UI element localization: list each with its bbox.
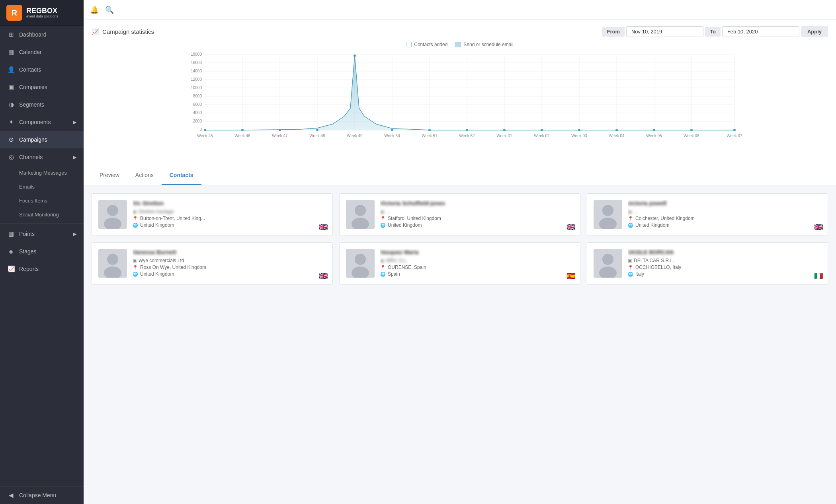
sidebar-sub-item-emails[interactable]: Emails bbox=[0, 180, 84, 194]
svg-text:2000: 2000 bbox=[193, 119, 202, 123]
chart-dot bbox=[391, 129, 393, 131]
globe-icon: 🌐 bbox=[380, 223, 386, 228]
from-label: From bbox=[602, 27, 625, 37]
sidebar-item-label: Points bbox=[19, 231, 35, 237]
contact-name: VASILE BORCAN bbox=[628, 249, 821, 255]
chart-dot bbox=[578, 129, 580, 131]
svg-text:Week 04: Week 04 bbox=[609, 134, 625, 138]
sidebar-item-segments[interactable]: ◑ Segments bbox=[0, 96, 84, 113]
apply-button[interactable]: Apply bbox=[801, 26, 828, 37]
svg-text:R: R bbox=[12, 8, 18, 17]
sidebar-item-label: Contacts bbox=[19, 66, 41, 73]
search-icon[interactable]: 🔍 bbox=[105, 6, 114, 14]
contact-flag: 🇪🇸 bbox=[566, 272, 575, 280]
svg-text:Week 02: Week 02 bbox=[534, 134, 550, 138]
svg-text:4000: 4000 bbox=[193, 111, 202, 115]
svg-text:12000: 12000 bbox=[191, 77, 202, 82]
contact-country: 🌐 United Kingdom bbox=[380, 222, 574, 228]
campaigns-icon: ⊙ bbox=[7, 136, 15, 143]
company-icon: ▣ bbox=[380, 258, 384, 263]
location-icon: 📍 bbox=[380, 265, 386, 270]
chart-title-icon: 📈 bbox=[92, 28, 99, 35]
card-info: VASILE BORCAN ▣ DELTA CAR S.R.L. 📍 OCCHI… bbox=[628, 249, 821, 278]
contact-country: 🌐 United Kingdom bbox=[133, 271, 326, 277]
svg-text:Week 05: Week 05 bbox=[646, 134, 662, 138]
svg-text:18000: 18000 bbox=[191, 52, 202, 56]
contact-company: ▣ DELTA CAR S.R.L. bbox=[628, 258, 821, 263]
tabs-section: Preview Actions Contacts bbox=[84, 166, 836, 185]
contact-city: 📍 OCCHIOBELLO, Italy bbox=[628, 265, 821, 270]
from-date-input[interactable] bbox=[626, 26, 703, 37]
sidebar: R REGBOX event data solutions ⊞ Dashboar… bbox=[0, 0, 84, 504]
bell-icon[interactable]: 🔔 bbox=[90, 6, 99, 14]
points-icon: ▦ bbox=[7, 230, 15, 237]
components-icon: ✦ bbox=[7, 119, 15, 126]
sidebar-item-dashboard[interactable]: ⊞ Dashboard bbox=[0, 26, 84, 43]
contact-card: Vasquez Maria ▣ MRV, S.L. 📍 OURENSE, Spa… bbox=[339, 242, 580, 285]
tab-actions[interactable]: Actions bbox=[127, 166, 162, 185]
chart-dot bbox=[541, 129, 543, 131]
tab-contacts[interactable]: Contacts bbox=[162, 166, 201, 185]
svg-text:Week 06: Week 06 bbox=[684, 134, 699, 138]
components-arrow-icon: ▶ bbox=[73, 120, 76, 125]
companies-icon: ▣ bbox=[7, 84, 15, 91]
globe-icon: 🌐 bbox=[133, 272, 138, 277]
logo-icon: R bbox=[6, 5, 22, 21]
card-info: Vic Stretton ▣ Stretton haulage 📍 Burton… bbox=[133, 200, 326, 229]
points-arrow-icon: ▶ bbox=[73, 232, 76, 237]
collapse-label: Collapse Menu bbox=[19, 492, 56, 498]
contact-country: 🌐 United Kingdom bbox=[133, 222, 326, 228]
chart-dot bbox=[428, 129, 431, 131]
svg-point-65 bbox=[355, 254, 366, 265]
contact-flag: 🇬🇧 bbox=[319, 272, 328, 280]
sidebar-item-companies[interactable]: ▣ Companies bbox=[0, 78, 84, 96]
company-icon: ▣ bbox=[628, 209, 632, 214]
sidebar-item-reports[interactable]: 📈 Reports bbox=[0, 260, 84, 278]
brand-tagline: event data solutions bbox=[26, 14, 58, 18]
location-icon: 📍 bbox=[628, 216, 633, 221]
brand-name: REGBOX bbox=[26, 7, 58, 14]
sidebar-sub-item-marketing-messages[interactable]: Marketing Messages bbox=[0, 166, 84, 180]
sidebar-sub-item-focus-items[interactable]: Focus Items bbox=[0, 194, 84, 208]
focus-items-label: Focus Items bbox=[19, 198, 47, 204]
contact-card: VASILE BORCAN ▣ DELTA CAR S.R.L. 📍 OCCHI… bbox=[587, 242, 828, 285]
svg-text:6000: 6000 bbox=[193, 102, 202, 107]
company-icon: ▣ bbox=[628, 258, 632, 263]
calendar-icon: ▦ bbox=[7, 49, 15, 56]
sidebar-sub-item-social-monitoring[interactable]: Social Monitoring bbox=[0, 208, 84, 222]
sidebar-item-label: Dashboard bbox=[19, 31, 47, 38]
chart-dot bbox=[466, 129, 468, 131]
svg-text:Week 46: Week 46 bbox=[234, 134, 250, 138]
sidebar-item-channels[interactable]: ◎ Channels ▶ bbox=[0, 148, 84, 166]
company-icon: ▣ bbox=[380, 209, 384, 214]
contact-card: Victoria Scholfield-jones ▣ ... 📍 Staffo… bbox=[339, 193, 580, 236]
contacts-icon: 👤 bbox=[7, 66, 15, 73]
svg-point-62 bbox=[107, 254, 118, 265]
chart-line bbox=[205, 56, 734, 130]
chart-dot bbox=[653, 129, 655, 131]
sidebar-item-points[interactable]: ▦ Points ▶ bbox=[0, 225, 84, 243]
card-info: Victoria Scholfield-jones ▣ ... 📍 Staffo… bbox=[380, 200, 574, 229]
chart-area bbox=[205, 56, 734, 130]
svg-text:Week 52: Week 52 bbox=[459, 134, 475, 138]
sidebar-item-label: Campaigns bbox=[19, 136, 47, 143]
sidebar-item-calendar[interactable]: ▦ Calendar bbox=[0, 43, 84, 61]
sidebar-item-contacts[interactable]: 👤 Contacts bbox=[0, 61, 84, 78]
sidebar-item-label: Components bbox=[19, 119, 51, 125]
chart-title-text: Campaign statistics bbox=[102, 28, 154, 35]
avatar bbox=[98, 249, 127, 278]
svg-text:Week 01: Week 01 bbox=[496, 134, 512, 138]
legend-email-box bbox=[455, 42, 461, 47]
chart-dot bbox=[279, 129, 281, 131]
contact-city: 📍 Stafford, United Kingdom bbox=[380, 216, 574, 221]
sidebar-item-components[interactable]: ✦ Components ▶ bbox=[0, 113, 84, 131]
tab-preview[interactable]: Preview bbox=[92, 166, 127, 185]
sidebar-item-campaigns[interactable]: ⊙ Campaigns bbox=[0, 131, 84, 148]
svg-point-53 bbox=[107, 205, 118, 216]
sidebar-item-stages[interactable]: ◈ Stages bbox=[0, 243, 84, 260]
contact-city: 📍 Colchester, United Kingdom bbox=[628, 216, 821, 221]
svg-text:Week 49: Week 49 bbox=[347, 134, 363, 138]
to-date-input[interactable] bbox=[722, 26, 799, 37]
collapse-menu-button[interactable]: ◀ Collapse Menu bbox=[0, 486, 84, 504]
legend-contacts-label: Contacts added bbox=[414, 42, 447, 47]
